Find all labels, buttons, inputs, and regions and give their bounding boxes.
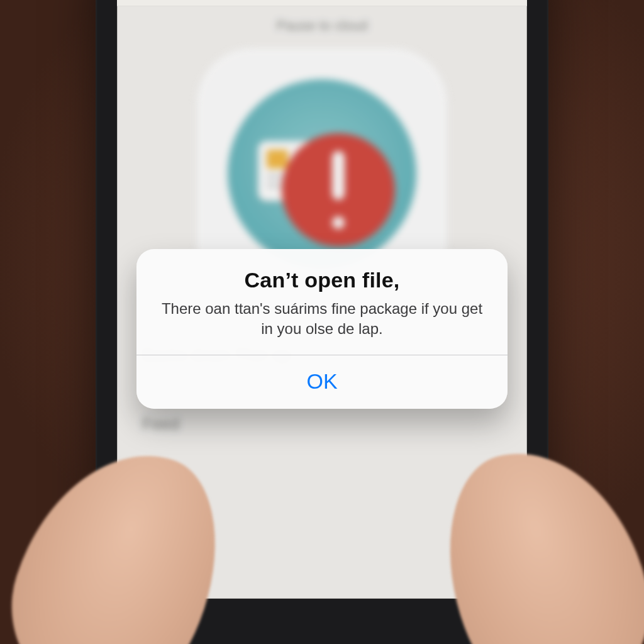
- alert-body: Can’t open file, There oan ttan's suárim…: [136, 249, 508, 355]
- battery-pct-label: 6%: [475, 0, 496, 1]
- alert-title: Can’t open file,: [154, 268, 490, 292]
- status-bar: Miem 2:01 PM 6%: [117, 0, 527, 6]
- status-bar-right: 6%: [348, 0, 521, 1]
- alert-message: There oan ttan's suárims fine package if…: [154, 299, 490, 340]
- carrier-label: Miem: [160, 0, 194, 1]
- phone-frame: Miem 2:01 PM 6% Pause to cl: [96, 0, 548, 644]
- status-bar-left: Miem: [123, 0, 296, 1]
- status-time: 2:01 PM: [296, 0, 348, 1]
- alert-dialog: Can’t open file, There oan ttan's suárim…: [136, 249, 508, 409]
- ok-button[interactable]: OK: [136, 355, 508, 409]
